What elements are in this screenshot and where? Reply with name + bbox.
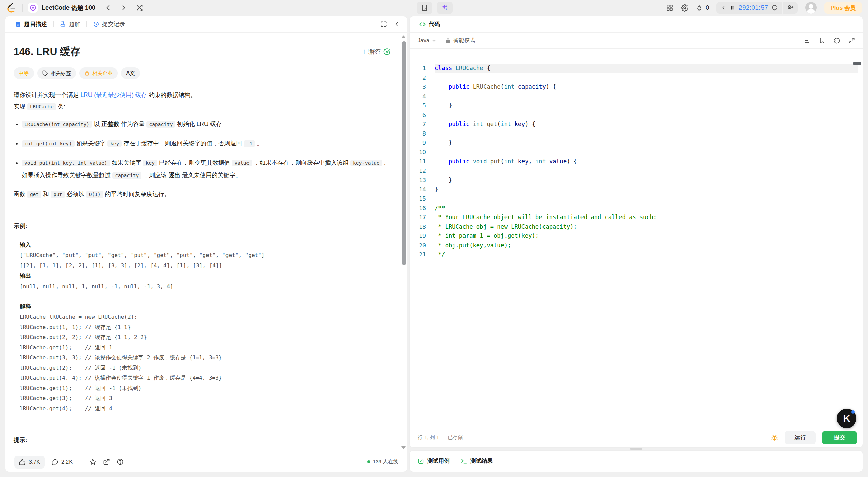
extension-float-button[interactable]: K [837,409,856,428]
debug-bug-icon[interactable] [771,434,778,441]
tab-description[interactable]: 题目描述 [14,20,48,28]
study-plan-title[interactable]: LeetCode 热题 100 [42,4,95,12]
study-plan-icon[interactable] [28,3,38,13]
translate-button[interactable]: A文 [121,67,140,79]
code-editor[interactable]: 1class LRUCache {23 public LRUCache(int … [410,49,858,428]
shuffle-icon[interactable] [136,4,143,12]
like-button[interactable]: 3.7K [14,456,45,469]
code-line[interactable]: 15 [410,194,858,204]
line-number: 17 [410,213,426,222]
scrollbar-down-arrow[interactable] [401,446,406,449]
badge-row: 中等 相关标签 相关企业 A文 [14,67,391,79]
line-number: 14 [410,185,426,194]
daily-streak[interactable]: 0 [696,4,709,12]
code-line[interactable]: 6 [410,110,858,120]
line-number: 15 [410,194,426,204]
inline-code: capacity [146,121,176,128]
tab-solutions[interactable]: 题解 [58,20,82,28]
inline-code: value [232,160,252,166]
timer-value: 292:01:57 [738,4,768,12]
inline-code: put [51,191,65,198]
tab-testcase[interactable]: 测试用例 [418,457,450,465]
code-line[interactable]: 2 [410,73,858,83]
plus-member-button[interactable]: Plus 会员 [824,2,862,14]
user-avatar[interactable] [805,2,817,14]
example-explain-line: lRUCache.get(4); // 返回 4 [20,403,391,414]
share-icon[interactable] [103,459,110,465]
description-link[interactable]: LRU (最近最少使用) 缓存 [80,91,147,98]
invite-user-button[interactable] [782,2,798,14]
code-line[interactable]: 12 [410,166,858,176]
line-number: 16 [410,204,426,213]
related-companies-button[interactable]: 相关企业 [79,67,118,79]
related-tags-button[interactable]: 相关标签 [37,67,76,79]
inline-code: key [107,140,122,147]
notes-button[interactable] [417,2,432,14]
code-line[interactable]: 13 } [410,175,858,185]
code-line[interactable]: 17 * Your LRUCache object will be instan… [410,213,858,222]
code-line[interactable]: 8 [410,129,858,139]
favorite-star-icon[interactable] [89,458,96,465]
code-line[interactable]: 14} [410,185,858,194]
timer-reset-icon[interactable] [772,5,778,11]
example-explain-line: lRUCache.put(1, 1); // 缓存是 {1=1} [20,322,391,332]
line-number: 18 [410,222,426,232]
saved-status: 已存储 [448,434,463,441]
code-line[interactable]: 18 * LRUCache obj = new LRUCache(capacit… [410,222,858,232]
code-line[interactable]: 7 public int get(int key) { [410,120,858,129]
reset-code-icon[interactable] [833,37,840,44]
collapse-panel-icon[interactable] [394,21,400,27]
code-line[interactable]: 5 } [410,101,858,110]
code-line[interactable]: 19 * int param_1 = obj.get(key); [410,231,858,241]
comments-button[interactable]: 2.2K [52,459,73,465]
difficulty-badge[interactable]: 中等 [14,67,34,79]
run-button[interactable]: 运行 [785,431,816,444]
line-number: 20 [410,241,426,250]
scrollbar-thumb[interactable] [402,41,406,265]
code-line[interactable]: 3 public LRUCache(int capacity) { [410,82,858,92]
cursor-position: 行 1, 列 1 [418,434,439,441]
description-bullet: LRUCache(int capacity) 以 正整数 作为容量 capaci… [22,118,391,130]
tab-code[interactable]: 代码 [418,20,441,28]
inline-code: capacity [112,172,141,179]
code-line[interactable]: 11 public void put(int key, int value) { [410,157,858,166]
code-line[interactable]: 1class LRUCache { [410,64,858,73]
language-select[interactable]: Java [418,38,436,44]
session-timer[interactable]: 292:01:57 [716,2,782,14]
smart-mode-toggle[interactable]: 智能模式 [445,37,475,44]
tab-submissions[interactable]: 提交记录 [92,20,126,28]
help-icon[interactable] [117,458,124,465]
code-line[interactable]: 10 [410,148,858,157]
hints-section-label: 提示: [14,436,391,444]
panel-resize-handle[interactable] [630,448,642,450]
line-number: 4 [410,92,426,101]
leetcode-logo-icon[interactable] [7,2,17,13]
online-dot-icon [367,460,370,463]
tab-test-result[interactable]: 测试结果 [461,457,493,465]
scrollbar-up-arrow[interactable] [401,35,406,38]
thumbs-up-icon [19,459,26,465]
example-explain-line: lRUCache.get(3); // 返回 3 [20,393,391,403]
expand-editor-icon[interactable] [848,37,855,44]
next-problem-icon[interactable] [120,4,127,11]
editor-toolbar: Java 智能模式 [410,33,863,49]
settings-gear-icon[interactable] [681,4,688,12]
apps-grid-icon[interactable] [666,4,673,12]
line-number: 10 [410,148,426,157]
submit-button[interactable]: 提交 [822,431,857,444]
line-number: 2 [410,73,426,83]
fullscreen-icon[interactable] [380,21,387,27]
example-explain-line: lRUCache.put(2, 2); // 缓存是 {1=1, 2=2} [20,332,391,343]
code-line[interactable]: 16/** [410,204,858,213]
prev-problem-icon[interactable] [105,4,112,11]
pause-icon [730,5,735,11]
code-line[interactable]: 20 * obj.put(key,value); [410,241,858,250]
format-code-icon[interactable] [804,37,811,44]
inline-code: LRUCache(int capacity) [22,121,92,128]
code-line[interactable]: 4 [410,92,858,101]
code-line[interactable]: 21 */ [410,250,858,260]
explanation-label: 解释 [20,301,391,312]
code-line[interactable]: 9 } [410,138,858,148]
bookmark-icon[interactable] [819,37,825,44]
ai-assistant-button[interactable] [437,2,453,14]
